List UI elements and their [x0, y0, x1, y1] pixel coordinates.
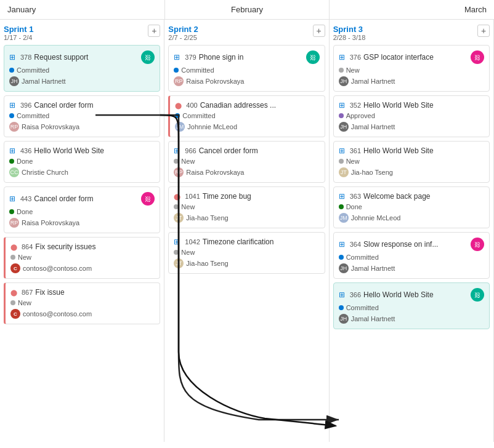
avatar-352: JH — [339, 122, 349, 132]
card-352: 352 Hello World Web Site Approved JH Jam… — [333, 95, 490, 137]
status-text-400: Committed — [182, 112, 215, 119]
card-id-364: 364 — [350, 241, 361, 248]
status-dot-352 — [339, 113, 344, 118]
card-title-352: Hello World Web Site — [363, 101, 434, 110]
avatar-366: JH — [339, 314, 349, 324]
sprint-column-2: Sprint 2 2/7 - 2/25 + 379 Phone sign in … — [164, 20, 329, 442]
avatar-379: RP — [174, 76, 184, 86]
avatar-443: RP — [9, 218, 19, 228]
status-text-364: Committed — [346, 254, 379, 261]
status-dot-396 — [9, 113, 14, 118]
task-icon-364 — [339, 240, 347, 249]
avatar-864: C — [10, 263, 20, 273]
avatar-376: JH — [339, 76, 349, 86]
sprint-2-header: Sprint 2 2/7 - 2/25 + — [168, 25, 325, 41]
sprint-3-dates: 2/28 - 3/18 — [333, 34, 477, 41]
card-id-396: 396 — [20, 102, 31, 109]
card-title-1041: Time zone bug — [203, 192, 251, 201]
assignee-378: Jamal Hartnett — [22, 78, 66, 85]
card-364: 364 Slow response on inf... ⛓ Committed … — [333, 232, 490, 279]
status-text-361: New — [346, 158, 360, 165]
assignee-379: Raisa Pokrovskaya — [186, 78, 244, 85]
task-icon-396 — [9, 101, 18, 110]
avatar-436: CC — [9, 167, 19, 177]
bug-icon-867 — [10, 288, 19, 297]
month-headers: January February March — [0, 0, 494, 20]
status-dot-400 — [175, 113, 180, 118]
status-text-396: Committed — [17, 112, 49, 119]
avatar-867: C — [10, 309, 20, 319]
status-dot-867 — [10, 300, 15, 305]
status-text-966: New — [181, 158, 195, 165]
card-title-443: Cancel order form — [34, 194, 93, 203]
sprint-2-dates: 2/7 - 2/25 — [168, 34, 312, 41]
sprint-3-add-button[interactable]: + — [477, 25, 490, 37]
sprint-column-3: Sprint 3 2/28 - 3/18 + 376 GSP locator i… — [330, 20, 494, 442]
link-icon-366[interactable]: ⛓ — [471, 288, 484, 302]
status-text-379: Committed — [181, 66, 214, 74]
card-title-378: Request support — [34, 53, 88, 62]
card-366: 366 Hello World Web Site ⛓ Committed JH … — [333, 282, 490, 329]
status-dot-1042 — [174, 250, 179, 255]
card-363: 363 Welcome back page Done JM Johnnie Mc… — [333, 186, 490, 228]
assignee-1042: Jia-hao Tseng — [186, 260, 228, 267]
link-icon-379[interactable]: ⛓ — [306, 50, 320, 64]
card-id-366: 366 — [350, 291, 361, 298]
task-icon-363 — [339, 192, 347, 201]
card-title-363: Welcome back page — [363, 192, 431, 201]
card-title-400: Canadian addresses ... — [200, 101, 276, 110]
timeline-container: January February March Sprint 1 1/17 - 2… — [0, 0, 494, 442]
assignee-363: Johnnie McLeod — [351, 214, 401, 222]
status-text-864: New — [18, 254, 31, 261]
card-id-436: 436 — [20, 147, 31, 154]
status-text-867: New — [18, 299, 31, 306]
status-dot-864 — [10, 255, 15, 260]
sprint-3-header: Sprint 3 2/28 - 3/18 + — [333, 25, 490, 41]
assignee-443: Raisa Pokrovskaya — [22, 219, 79, 226]
bug-icon-1041 — [174, 192, 182, 201]
status-dot-379 — [174, 68, 179, 73]
sprint-1-add-button[interactable]: + — [148, 25, 160, 37]
task-icon-376 — [339, 53, 347, 62]
card-id-361: 361 — [350, 147, 361, 154]
sprint-1-header: Sprint 1 1/17 - 2/4 + — [4, 25, 160, 41]
card-id-867: 867 — [22, 289, 33, 296]
link-icon-364[interactable]: ⛓ — [471, 238, 484, 251]
card-title-364: Slow response on inf... — [363, 240, 438, 249]
link-icon-376[interactable]: ⛓ — [471, 50, 484, 64]
card-376: 376 GSP locator interface ⛓ New JH Jamal… — [333, 45, 490, 92]
avatar-363: JM — [339, 213, 349, 223]
avatar-378: JH — [9, 76, 19, 86]
card-id-379: 379 — [185, 54, 196, 61]
bug-icon-400 — [175, 101, 184, 110]
assignee-352: Jamal Hartnett — [351, 123, 395, 130]
assignee-966: Raisa Pokrovskaya — [186, 169, 244, 176]
assignee-361: Jia-hao Tseng — [351, 169, 393, 176]
task-icon-352 — [339, 101, 347, 110]
card-title-966: Cancel order form — [199, 146, 258, 155]
link-icon-378[interactable]: ⛓ — [141, 50, 155, 64]
assignee-400: Johnnie McLeod — [187, 123, 237, 130]
card-id-352: 352 — [350, 102, 361, 109]
card-864: 864 Fix security issues New C contoso@co… — [4, 237, 160, 279]
card-title-1042: Timezone clarification — [203, 238, 274, 246]
card-title-361: Hello World Web Site — [363, 146, 434, 155]
card-378: 378 Request support ⛓ Committed JH Jamal… — [4, 45, 160, 92]
status-dot-363 — [339, 204, 344, 209]
avatar-361: JT — [339, 167, 349, 177]
card-361: 361 Hello World Web Site New JT Jia-hao … — [333, 141, 490, 183]
link-icon-443[interactable]: ⛓ — [141, 192, 155, 206]
sprint-column-1: Sprint 1 1/17 - 2/4 + 378 Request suppor… — [0, 20, 164, 442]
card-title-867: Fix issue — [35, 288, 64, 297]
card-436: 436 Hello World Web Site Done CC Christi… — [4, 141, 160, 183]
sprint-3-title: Sprint 3 — [333, 25, 477, 34]
status-text-378: Committed — [17, 66, 49, 74]
task-icon-378 — [9, 53, 18, 62]
sprint-1-title: Sprint 1 — [4, 25, 148, 34]
sprint-2-add-button[interactable]: + — [313, 25, 325, 37]
card-id-378: 378 — [20, 54, 31, 61]
assignee-376: Jamal Hartnett — [351, 78, 395, 85]
avatar-364: JH — [339, 263, 349, 273]
sprint-2-title: Sprint 2 — [168, 25, 312, 34]
avatar-400: JM — [175, 122, 185, 132]
